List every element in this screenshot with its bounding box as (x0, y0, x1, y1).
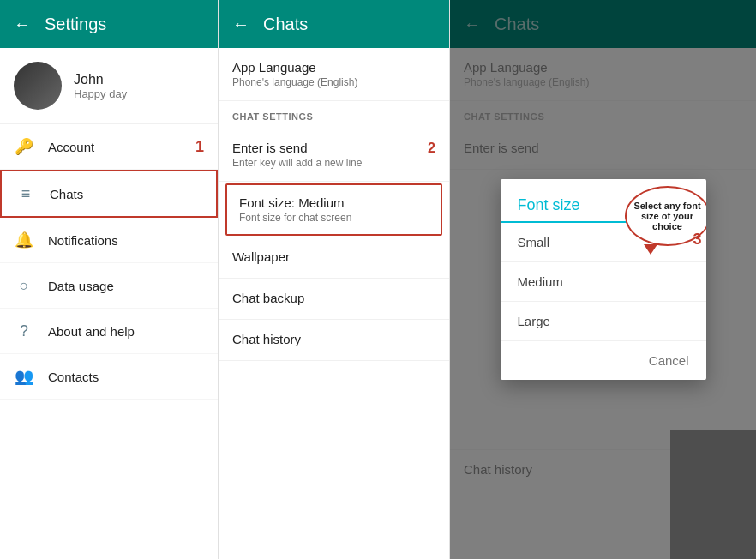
chat-backup-item[interactable]: Chat backup (219, 279, 449, 320)
sidebar-item-chats[interactable]: ≡ Chats (0, 170, 218, 218)
settings-back-button[interactable]: ← (14, 15, 31, 34)
chat-history-title: Chat history (232, 332, 435, 346)
right-panel: ← Chats App Language Phone's language (E… (450, 0, 756, 559)
enter-is-send-title: Enter is send (232, 141, 435, 155)
chats-label: Chats (50, 187, 83, 201)
help-icon: ? (14, 321, 34, 341)
step3-badge: 3 (693, 231, 701, 249)
app-language-subtitle: Phone's language (English) (232, 76, 435, 88)
sidebar-item-account[interactable]: 🔑 Account 1 (0, 124, 218, 170)
about-help-label: About and help (48, 324, 135, 339)
font-size-subtitle: Font size for chat screen (239, 212, 429, 224)
notifications-label: Notifications (48, 233, 118, 248)
profile-section[interactable]: John Happy day (0, 48, 218, 124)
app-language-item[interactable]: App Language Phone's language (English) (219, 48, 449, 101)
step1-badge: 1 (195, 138, 204, 156)
contacts-label: Contacts (48, 370, 99, 384)
dialog-cancel-button[interactable]: Cancel (501, 341, 706, 380)
key-icon: 🔑 (14, 136, 34, 157)
settings-title: Settings (45, 15, 106, 34)
chats-back-button[interactable]: ← (232, 15, 249, 34)
font-size-medium-option[interactable]: Medium (501, 262, 706, 302)
chats-panel-title: Chats (263, 15, 308, 34)
account-label: Account (48, 140, 94, 154)
enter-is-send-item[interactable]: 2 Enter is send Enter key will add a new… (219, 129, 449, 182)
chats-panel: ← Chats App Language Phone's language (E… (219, 0, 450, 559)
wallpaper-item[interactable]: Wallpaper (219, 237, 449, 279)
chat-settings-label: CHAT SETTINGS (219, 101, 449, 129)
profile-status: Happy day (74, 87, 127, 100)
data-usage-label: Data usage (48, 279, 114, 293)
wallpaper-title: Wallpaper (232, 249, 435, 264)
font-size-large-option[interactable]: Large (501, 302, 706, 341)
chat-backup-title: Chat backup (232, 291, 435, 305)
avatar (14, 62, 62, 110)
step2-badge: 2 (428, 141, 435, 156)
font-size-title: Font size: Medium (239, 195, 429, 210)
dialog-overlay: Select any font size of your choice 3 Fo… (450, 0, 756, 559)
bell-icon: 🔔 (14, 230, 34, 250)
chat-history-item[interactable]: Chat history (219, 320, 449, 361)
settings-panel: ← Settings John Happy day 🔑 Account 1 ≡ … (0, 0, 219, 559)
font-size-item[interactable]: Font size: Medium Font size for chat scr… (225, 183, 442, 236)
profile-name: John (74, 72, 127, 87)
avatar-image (14, 62, 62, 110)
sidebar-item-contacts[interactable]: 👥 Contacts (0, 354, 218, 400)
chats-icon: ≡ (15, 183, 36, 204)
font-size-dialog: Select any font size of your choice 3 Fo… (501, 179, 706, 380)
app-language-title: App Language (232, 60, 435, 75)
data-icon: ○ (14, 275, 34, 296)
sidebar-item-about-help[interactable]: ? About and help (0, 309, 218, 354)
enter-is-send-subtitle: Enter key will add a new line (232, 157, 435, 169)
profile-info: John Happy day (74, 72, 127, 100)
annotation-text: Select any font size of your choice (627, 201, 706, 231)
sidebar-item-notifications[interactable]: 🔔 Notifications (0, 218, 218, 263)
settings-header: ← Settings (0, 0, 218, 48)
sidebar-item-data-usage[interactable]: ○ Data usage (0, 263, 218, 309)
contacts-icon: 👥 (14, 366, 34, 387)
chats-header: ← Chats (219, 0, 449, 48)
